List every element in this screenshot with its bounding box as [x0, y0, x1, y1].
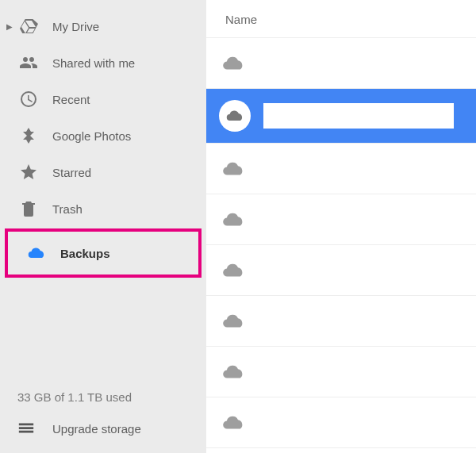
sidebar-item-label: Google Photos: [52, 129, 131, 143]
cloud-icon: [219, 100, 251, 132]
backup-name: [260, 56, 379, 71]
highlight-box: Backups: [5, 228, 202, 278]
backup-name: [260, 364, 379, 380]
sidebar-item-starred[interactable]: Starred: [0, 154, 206, 190]
backup-row[interactable]: [206, 347, 476, 397]
sidebar-item-backups[interactable]: Backups: [8, 235, 198, 271]
sidebar-item-shared[interactable]: Shared with me: [0, 44, 206, 81]
backup-name: [263, 103, 454, 129]
storage-bars-icon: [17, 420, 40, 437]
backup-name: [260, 313, 379, 329]
trash-icon: [17, 199, 40, 218]
upgrade-label: Upgrade storage: [52, 422, 141, 436]
sidebar: ▶ My Drive Shared with me Recent: [0, 0, 206, 453]
upgrade-storage-button[interactable]: Upgrade storage: [0, 412, 206, 445]
backup-row[interactable]: [206, 397, 476, 448]
sidebar-item-label: Shared with me: [52, 56, 135, 70]
main-panel: Name: [206, 0, 476, 453]
backup-row[interactable]: [206, 194, 476, 245]
sidebar-item-label: My Drive: [52, 20, 99, 33]
star-icon: [17, 163, 40, 182]
clock-icon: [17, 90, 40, 109]
cloud-icon: [25, 244, 48, 263]
backup-name: [260, 415, 379, 431]
backup-row[interactable]: [206, 144, 476, 194]
photos-icon: [17, 126, 40, 145]
sidebar-item-label: Starred: [52, 166, 91, 179]
sidebar-item-trash[interactable]: Trash: [0, 190, 206, 227]
drive-icon: [17, 17, 40, 36]
people-icon: [17, 53, 40, 72]
backup-row[interactable]: [206, 89, 476, 144]
sidebar-item-photos[interactable]: Google Photos: [0, 117, 206, 154]
backup-row[interactable]: [206, 38, 476, 89]
storage-text: 33 GB of 1.1 TB used: [0, 382, 206, 412]
column-header-name[interactable]: Name: [206, 0, 476, 38]
cloud-icon: [219, 411, 248, 435]
cloud-icon: [219, 157, 248, 181]
cloud-icon: [219, 208, 248, 232]
cloud-icon: [219, 259, 248, 282]
nav-items: ▶ My Drive Shared with me Recent: [0, 8, 206, 382]
sidebar-item-recent[interactable]: Recent: [0, 81, 206, 117]
backup-name: [260, 263, 379, 278]
sidebar-item-label: Backups: [60, 247, 110, 260]
chevron-right-icon: ▶: [6, 22, 17, 31]
backup-row[interactable]: [206, 245, 476, 296]
sidebar-item-label: Recent: [52, 93, 90, 106]
backup-list: [206, 38, 476, 453]
cloud-icon: [219, 309, 248, 333]
backup-row[interactable]: [206, 296, 476, 347]
backup-name: [260, 161, 379, 177]
cloud-icon: [219, 52, 248, 75]
sidebar-item-label: Trash: [52, 202, 83, 216]
sidebar-item-my-drive[interactable]: ▶ My Drive: [0, 8, 206, 44]
cloud-icon: [219, 360, 248, 384]
backup-name: [260, 212, 379, 228]
